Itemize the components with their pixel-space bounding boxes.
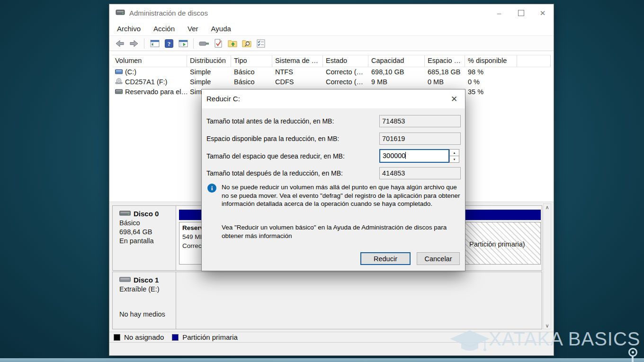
- legend-item-unallocated: No asignado: [114, 333, 164, 341]
- field-label-total-after: Tamaño total después de la reducción, en…: [206, 167, 343, 179]
- disk-icon: [119, 210, 131, 218]
- disk-size: 698,64 GB: [119, 228, 176, 236]
- cell-sistema: CDFS: [272, 78, 323, 86]
- minimize-button[interactable]: –: [488, 4, 510, 22]
- cell-distribucion: Simple: [187, 68, 231, 76]
- text-caret: [405, 152, 406, 159]
- cell-espacio: 0 MB: [425, 78, 465, 86]
- cell-tipo: Básico: [231, 68, 272, 76]
- volume-list-header: Volumen Distribución Tipo Sistema de … E…: [112, 55, 551, 67]
- maximize-icon: [518, 10, 524, 16]
- cd-drive-icon: [115, 78, 123, 86]
- dialog-titlebar[interactable]: Reducir C: ✕: [202, 89, 465, 108]
- column-header-estado[interactable]: Estado: [323, 55, 368, 67]
- cell-disponible: 0 %: [465, 78, 517, 86]
- volume-name: Reservado para el…: [125, 88, 187, 96]
- close-button[interactable]: ✕: [532, 4, 554, 22]
- help-icon[interactable]: ?: [163, 37, 175, 49]
- drive-icon: [115, 68, 123, 76]
- device-icon[interactable]: [198, 37, 210, 49]
- desktop-background: Administración de discos – ✕ Archivo Acc…: [0, 0, 644, 362]
- check-document-icon[interactable]: [212, 37, 224, 49]
- circuit-stem: [632, 356, 634, 362]
- bottom-accent-band: [0, 358, 644, 362]
- disk-1-row: Disco 1 Extraíble (E:) No hay medios: [112, 272, 542, 329]
- stepper-down-icon[interactable]: ▼: [449, 156, 459, 163]
- table-row-cd[interactable]: CD257A1 (F:) Simple Básico CDFS Correcto…: [112, 77, 551, 87]
- shrink-dialog: Reducir C: ✕ Tamaño total antes de la re…: [201, 89, 465, 271]
- legend-label: Partición primaria: [182, 333, 238, 341]
- field-label-shrink-amount: Tamaño del espacio que desea reducir, en…: [206, 150, 345, 162]
- cancel-button[interactable]: Cancelar: [417, 252, 460, 265]
- watermark-text: XATAKA BASICS: [489, 328, 641, 350]
- available-space-field: 701619: [379, 132, 461, 145]
- menu-accion[interactable]: Acción: [153, 25, 175, 33]
- cell-espacio: 685,18 GB: [425, 68, 465, 76]
- total-after-field: 414853: [379, 167, 461, 179]
- maximize-button[interactable]: [510, 4, 532, 22]
- column-header-distribucion[interactable]: Distribución: [187, 55, 231, 67]
- export-folder-icon[interactable]: [226, 37, 238, 49]
- table-row-c[interactable]: (C:) Simple Básico NTFS Correcto (… 698,…: [112, 67, 551, 77]
- volume-name: CD257A1 (F:): [125, 78, 167, 86]
- shrink-amount-stepper: ▲ ▼: [449, 149, 459, 163]
- total-before-field: 714853: [379, 115, 461, 127]
- shrink-amount-input[interactable]: 300000: [379, 149, 449, 163]
- svg-text:?: ?: [167, 40, 170, 47]
- partition-label: Partición primaria): [469, 240, 525, 248]
- toolbar-separator: [144, 38, 144, 49]
- cell-disponible: 35 %: [465, 88, 517, 96]
- window-title: Administración de discos: [129, 9, 208, 17]
- column-header-sistema[interactable]: Sistema de …: [272, 55, 323, 67]
- column-header-tipo[interactable]: Tipo: [231, 55, 272, 67]
- scroll-up-icon[interactable]: ∧: [545, 204, 549, 211]
- window-titlebar[interactable]: Administración de discos – ✕: [109, 4, 554, 22]
- cell-sistema: NTFS: [272, 68, 323, 76]
- cell-distribucion: Simple: [187, 78, 231, 86]
- cell-estado: Correcto (…: [323, 78, 368, 86]
- removable-disk-icon: [119, 276, 131, 284]
- info-icon: i: [207, 184, 216, 193]
- stepper-up-icon[interactable]: ▲: [449, 149, 459, 156]
- field-label-available: Espacio disponible para la reducción, en…: [206, 132, 339, 145]
- cell-capacidad: 698,10 GB: [368, 68, 425, 76]
- menu-ver[interactable]: Ver: [188, 25, 198, 33]
- disk-name: Disco 1: [134, 276, 159, 284]
- graduation-cap-icon: [448, 329, 492, 356]
- disk-status: En pantalla: [119, 237, 176, 245]
- primary-partition-swatch: [172, 334, 179, 341]
- column-header-disponible[interactable]: % disponible: [465, 55, 517, 67]
- help-text: Vea "Reducir un volumen básico" en la Ay…: [222, 223, 462, 240]
- info-text: No se puede reducir un volumen más allá …: [222, 183, 462, 208]
- properties-list-icon[interactable]: [255, 37, 267, 49]
- dialog-close-icon[interactable]: ✕: [447, 92, 461, 106]
- disk-name: Disco 0: [134, 210, 159, 218]
- volume-name: (C:): [125, 68, 136, 76]
- disk-type: Extraíble (E:): [119, 285, 176, 293]
- disk-type: Básico: [119, 219, 176, 227]
- toolbar: ?: [109, 35, 554, 51]
- column-header-empty: [517, 55, 551, 67]
- show-console-tree-icon[interactable]: [149, 37, 161, 49]
- menu-ayuda[interactable]: Ayuda: [211, 25, 231, 33]
- field-label-total-before: Tamaño total antes de la reducción, en M…: [206, 115, 334, 127]
- disk-1-panel[interactable]: Disco 1 Extraíble (E:) No hay medios: [113, 272, 176, 329]
- find-folder-icon[interactable]: [241, 37, 252, 49]
- menu-archivo[interactable]: Archivo: [117, 25, 141, 33]
- vertical-scrollbar[interactable]: ∧ ∨: [543, 203, 551, 329]
- back-icon[interactable]: [114, 37, 125, 49]
- scroll-down-icon[interactable]: ∨: [545, 322, 549, 329]
- column-header-volumen[interactable]: Volumen: [112, 55, 187, 67]
- toolbar-separator: [193, 38, 194, 49]
- show-action-pane-icon[interactable]: [177, 37, 189, 49]
- forward-icon[interactable]: [128, 37, 140, 49]
- shrink-button[interactable]: Reducir: [360, 252, 411, 265]
- column-header-capacidad[interactable]: Capacidad: [368, 55, 425, 67]
- cell-capacidad: 9 MB: [368, 78, 425, 86]
- cell-disponible: 98 %: [465, 68, 517, 76]
- cell-tipo: Básico: [231, 78, 272, 86]
- dialog-title: Reducir C:: [206, 95, 240, 103]
- disk-0-panel[interactable]: Disco 0 Básico 698,64 GB En pantalla: [113, 206, 176, 270]
- column-header-espacio[interactable]: Espacio …: [425, 55, 465, 67]
- legend-item-primary: Partición primaria: [172, 333, 238, 341]
